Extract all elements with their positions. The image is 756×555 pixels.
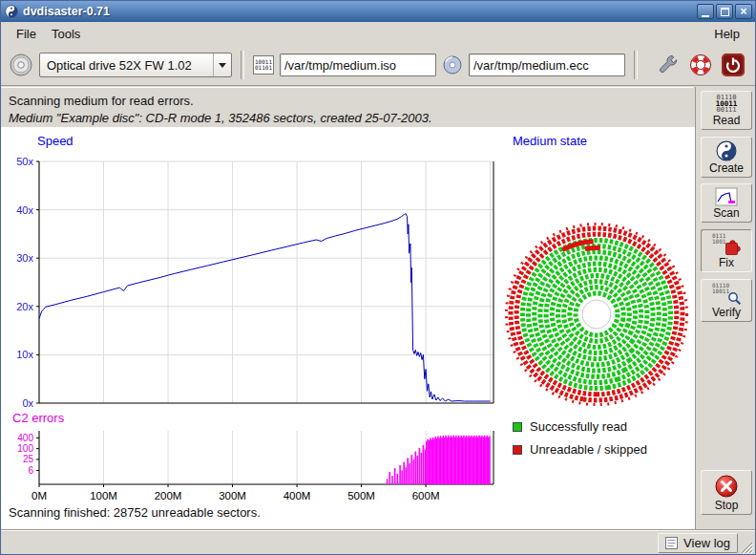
fix-button[interactable]: 0111 1001 Fix (701, 229, 752, 272)
window-title: dvdisaster-0.71 (23, 5, 110, 18)
lifebuoy-icon (689, 53, 712, 76)
drive-selector-value: Optical drive 52X FW 1.02 (47, 58, 213, 73)
binary-read-icon: 01110 10011 00111 (716, 95, 738, 114)
verify-icon: 01110 10011 (711, 283, 742, 306)
status-line2: Medium "Example disc": CD-R mode 1, 3524… (9, 110, 693, 127)
puzzle-piece-icon (724, 239, 742, 256)
app-window: dvdisaster-0.71 × File Tools Help Optica… (0, 0, 756, 555)
close-icon: × (740, 5, 746, 18)
svg-text:6: 6 (28, 465, 33, 476)
status-line1: Scanning medium for read errors. (9, 93, 693, 110)
view-log-button[interactable]: View log (658, 533, 738, 553)
svg-text:30x: 30x (16, 252, 33, 264)
ecc-file-icon (442, 54, 463, 75)
svg-text:25: 25 (23, 454, 34, 464)
toolbar-separator (634, 51, 638, 79)
svg-text:100M: 100M (90, 490, 117, 502)
stop-label: Stop (715, 499, 739, 512)
main-panel: Speed C2 errors Medium state 0x10x20x30x… (1, 127, 695, 529)
verify-label: Verify (712, 306, 741, 319)
close-button[interactable]: × (735, 4, 752, 19)
scan-button[interactable]: Scan (701, 183, 752, 223)
svg-text:400M: 400M (284, 490, 311, 502)
menubar: File Tools Help (1, 22, 755, 45)
medium-state-legend: Successfully read Unreadable / skipped (513, 419, 647, 457)
stop-button[interactable]: Stop (701, 470, 752, 515)
wrench-icon (657, 53, 680, 76)
toolbar: Optical drive 52X FW 1.02 10011 01101 (1, 45, 755, 86)
create-label: Create (709, 161, 744, 175)
fix-puzzle-icon: 0111 1001 (711, 233, 742, 256)
log-icon (665, 537, 678, 549)
svg-text:300M: 300M (219, 490, 246, 502)
read-button[interactable]: 01110 10011 00111 Read (701, 91, 752, 130)
menu-tools[interactable]: Tools (44, 25, 88, 43)
legend-successfully-read: Successfully read (513, 419, 647, 434)
minimize-icon (702, 15, 709, 17)
medium-state-disc (505, 154, 692, 410)
maximize-button[interactable] (716, 4, 733, 19)
yin-yang-icon (716, 140, 737, 161)
minimize-button[interactable] (697, 4, 714, 19)
preferences-button[interactable] (654, 51, 682, 79)
magnifier-icon (727, 291, 742, 306)
fix-label: Fix (719, 256, 734, 269)
legend-unreadable-label: Unreadable / skipped (530, 442, 647, 457)
mini-chart-icon (715, 187, 738, 206)
menu-help[interactable]: Help (706, 25, 747, 43)
resize-grip[interactable] (740, 541, 753, 554)
medium-state-title: Medium state (513, 134, 587, 148)
stop-icon (714, 474, 739, 499)
image-file-icon: 10011 01101 (253, 55, 274, 75)
svg-text:10x: 10x (16, 349, 33, 360)
svg-text:100: 100 (17, 443, 33, 454)
action-sidebar: 01110 10011 00111 Read Create Scan (695, 87, 756, 529)
menu-file[interactable]: File (9, 25, 44, 43)
scan-label: Scan (713, 206, 739, 220)
toolbar-separator (241, 51, 244, 79)
svg-text:20x: 20x (16, 301, 33, 312)
legend-unreadable: Unreadable / skipped (513, 442, 647, 457)
svg-text:600M: 600M (412, 490, 440, 502)
svg-text:400: 400 (17, 433, 33, 443)
read-label: Read (713, 114, 741, 127)
app-icon (5, 5, 18, 18)
status-area: Scanning medium for read errors. Medium … (1, 87, 693, 127)
drive-selector[interactable]: Optical drive 52X FW 1.02 (39, 53, 232, 77)
svg-text:40x: 40x (16, 204, 33, 216)
maximize-icon (721, 8, 729, 16)
svg-text:0x: 0x (22, 397, 33, 409)
image-file-input[interactable] (280, 53, 436, 76)
legend-color-read (513, 422, 522, 432)
svg-text:200M: 200M (155, 490, 182, 502)
ecc-file-input[interactable] (469, 53, 625, 76)
svg-text:0M: 0M (32, 490, 47, 502)
quit-button[interactable] (719, 51, 747, 79)
view-log-label: View log (683, 536, 730, 550)
titlebar[interactable]: dvdisaster-0.71 × (1, 1, 755, 22)
legend-color-unreadable (513, 445, 522, 455)
dropdown-arrow-box (213, 53, 231, 76)
drive-icon (9, 53, 33, 77)
help-button[interactable] (686, 51, 715, 79)
power-icon (721, 53, 746, 77)
verify-button[interactable]: 01110 10011 Verify (701, 279, 752, 322)
scan-result-text: Scanning finished: 28752 unreadable sect… (9, 505, 261, 520)
svg-text:50x: 50x (16, 156, 33, 167)
legend-read-label: Successfully read (530, 419, 627, 434)
svg-text:500M: 500M (347, 490, 375, 502)
statusbar: View log (1, 529, 755, 555)
chevron-down-icon (219, 63, 226, 68)
create-button[interactable]: Create (701, 137, 752, 178)
speed-and-c2-charts: 0x10x20x30x40x50x0M100M200M300M400M500M6… (1, 127, 507, 511)
